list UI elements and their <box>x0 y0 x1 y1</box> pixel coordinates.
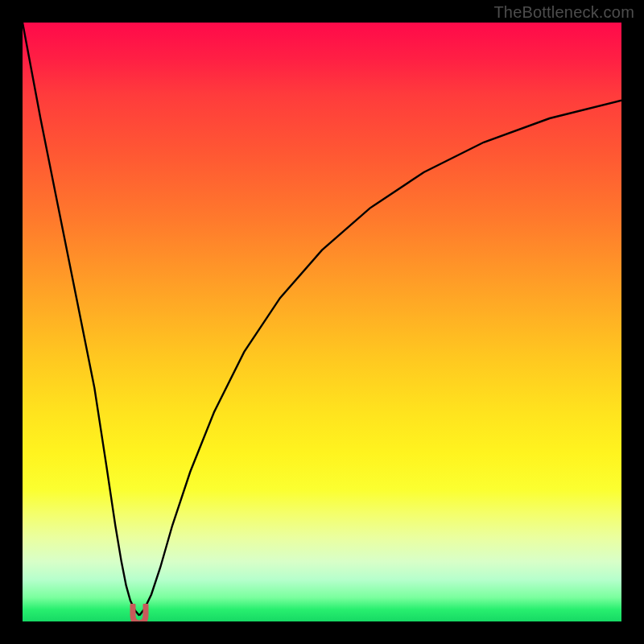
watermark-text: TheBottleneck.com <box>493 3 634 22</box>
chart-frame: TheBottleneck.com <box>0 0 644 644</box>
curve-right-branch <box>139 101 621 616</box>
curve-left-branch <box>23 23 139 616</box>
bottleneck-curve <box>23 23 621 621</box>
plot-area <box>23 23 621 621</box>
